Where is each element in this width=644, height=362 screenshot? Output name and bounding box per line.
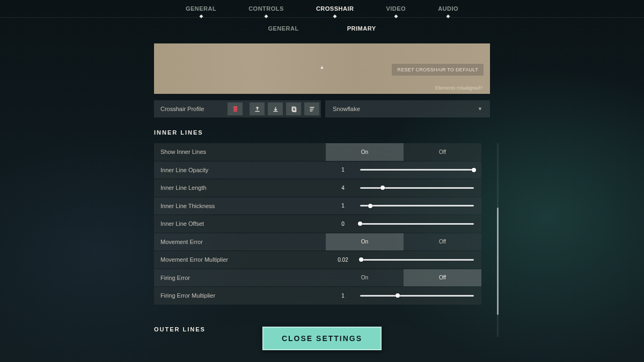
setting-row: Inner Line Opacity1 bbox=[154, 161, 481, 179]
top-nav-item-video[interactable]: VIDEO bbox=[386, 5, 406, 17]
setting-label: Firing Error Multiplier bbox=[154, 292, 326, 299]
slider[interactable] bbox=[360, 197, 481, 215]
crosshair-preview: + RESET CROSSHAIR TO DEFAULT Elements mi… bbox=[154, 43, 490, 94]
duplicate-profile-button[interactable] bbox=[286, 102, 301, 115]
top-nav-item-general[interactable]: GENERAL bbox=[186, 5, 216, 17]
profile-select[interactable]: Snowflake ▼ bbox=[325, 100, 490, 117]
setting-row: Movement ErrorOnOff bbox=[154, 233, 481, 251]
copy-icon bbox=[290, 106, 297, 113]
setting-label: Inner Line Thickness bbox=[154, 203, 326, 209]
profile-selected-value: Snowflake bbox=[333, 106, 360, 112]
scrollbar-thumb[interactable] bbox=[497, 208, 499, 315]
slider-thumb[interactable] bbox=[472, 168, 476, 172]
toggle-off[interactable]: Off bbox=[404, 269, 481, 287]
slider-thumb[interactable] bbox=[380, 186, 385, 190]
toggle-off[interactable]: Off bbox=[404, 233, 481, 251]
setting-label: Inner Line Length bbox=[154, 184, 326, 191]
slider-value: 0 bbox=[326, 221, 360, 227]
setting-label: Show Inner Lines bbox=[154, 149, 326, 155]
sub-nav-item-primary[interactable]: PRIMARY bbox=[347, 25, 376, 32]
toggle-off[interactable]: Off bbox=[404, 143, 481, 161]
settings-panel: + RESET CROSSHAIR TO DEFAULT Elements mi… bbox=[154, 43, 490, 333]
profile-options-button[interactable] bbox=[304, 102, 319, 115]
top-nav-item-audio[interactable]: AUDIO bbox=[438, 5, 458, 17]
setting-label: Inner Line Opacity bbox=[154, 167, 326, 173]
list-icon bbox=[309, 106, 316, 113]
setting-row: Show Inner LinesOnOff bbox=[154, 143, 481, 161]
slider[interactable] bbox=[360, 179, 481, 197]
sub-nav-item-general[interactable]: GENERAL bbox=[268, 25, 298, 32]
reset-crosshair-button[interactable]: RESET CROSSHAIR TO DEFAULT bbox=[392, 64, 484, 76]
trash-icon bbox=[232, 106, 239, 113]
scrollbar[interactable] bbox=[497, 143, 499, 337]
chevron-down-icon: ▼ bbox=[478, 106, 482, 112]
slider[interactable] bbox=[360, 251, 481, 269]
toggle-group: OnOff bbox=[326, 143, 481, 161]
import-profile-button[interactable] bbox=[268, 102, 283, 115]
toggle-on[interactable]: On bbox=[326, 269, 404, 287]
toggle-on[interactable]: On bbox=[326, 233, 404, 251]
slider-value: 1 bbox=[326, 203, 360, 209]
toggle-on[interactable]: On bbox=[326, 143, 404, 161]
slider-thumb[interactable] bbox=[368, 204, 372, 208]
profile-label: Crosshair Profile bbox=[154, 106, 226, 112]
slider[interactable] bbox=[360, 287, 481, 305]
setting-label: Firing Error bbox=[154, 275, 326, 281]
setting-row: Firing Error Multiplier1 bbox=[154, 287, 481, 305]
toggle-group: OnOff bbox=[326, 269, 481, 287]
inner-lines-list: Show Inner LinesOnOffInner Line Opacity1… bbox=[154, 143, 481, 305]
top-nav-item-crosshair[interactable]: CROSSHAIR bbox=[316, 5, 354, 17]
slider-thumb[interactable] bbox=[396, 293, 400, 298]
setting-label: Movement Error Multiplier bbox=[154, 256, 326, 263]
top-nav: GENERALCONTROLSCROSSHAIRVIDEOAUDIO bbox=[0, 0, 644, 17]
close-settings-button[interactable]: CLOSE SETTINGS bbox=[262, 327, 382, 350]
slider[interactable] bbox=[360, 215, 481, 233]
setting-row: Inner Line Thickness1 bbox=[154, 197, 481, 215]
slider-value: 1 bbox=[326, 293, 360, 299]
slider-thumb[interactable] bbox=[359, 257, 363, 262]
setting-row: Inner Line Offset0 bbox=[154, 215, 481, 233]
settings-scroll-area: Show Inner LinesOnOffInner Line Opacity1… bbox=[154, 143, 490, 305]
top-nav-item-controls[interactable]: CONTROLS bbox=[248, 5, 284, 17]
profile-left-group: Crosshair Profile bbox=[154, 100, 321, 117]
setting-row: Inner Line Length4 bbox=[154, 179, 481, 197]
slider-value: 0.02 bbox=[326, 257, 360, 263]
crosshair-icon: + bbox=[320, 65, 324, 71]
upload-icon bbox=[254, 106, 261, 113]
toggle-group: OnOff bbox=[326, 233, 481, 251]
profile-bar: Crosshair Profile Snowflake ▼ bbox=[154, 100, 490, 117]
slider-value: 4 bbox=[326, 185, 360, 191]
section-title-inner-lines: INNER LINES bbox=[154, 129, 490, 136]
download-icon bbox=[272, 106, 279, 113]
setting-label: Movement Error bbox=[154, 239, 326, 245]
sub-nav: GENERALPRIMARY bbox=[0, 18, 644, 39]
slider-value: 1 bbox=[326, 167, 360, 173]
misaligned-hint-link[interactable]: Elements misaligned? bbox=[435, 85, 482, 91]
export-profile-button[interactable] bbox=[250, 102, 265, 115]
slider-thumb[interactable] bbox=[358, 221, 362, 226]
slider[interactable] bbox=[360, 161, 481, 179]
setting-label: Inner Line Offset bbox=[154, 220, 326, 227]
setting-row: Movement Error Multiplier0.02 bbox=[154, 251, 481, 269]
delete-profile-button[interactable] bbox=[228, 102, 243, 115]
setting-row: Firing ErrorOnOff bbox=[154, 269, 481, 287]
